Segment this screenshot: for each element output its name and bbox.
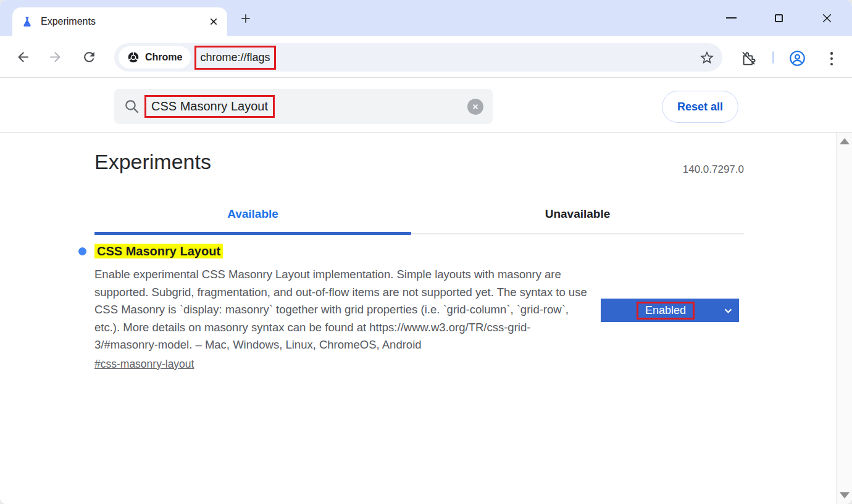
tab-unavailable[interactable]: Unavailable: [411, 207, 744, 221]
reload-icon: [81, 49, 97, 65]
flags-page-content: Experiments 140.0.7297.0 Available Unava…: [0, 133, 852, 504]
url-text[interactable]: chrome://flags: [200, 51, 270, 64]
profile-icon: [789, 50, 806, 67]
tab-strip: Experiments: [0, 0, 852, 36]
enabled-annotation-box: Enabled: [637, 302, 695, 320]
flags-search-box[interactable]: CSS Masonry Layout: [114, 89, 493, 124]
flags-search-header: CSS Masonry Layout Reset all: [0, 78, 852, 133]
flag-description: Enable experimental CSS Masonry Layout i…: [94, 266, 588, 354]
close-window-button[interactable]: [812, 4, 841, 32]
search-annotation-box: CSS Masonry Layout: [144, 95, 275, 118]
url-annotation-box: chrome://flags: [194, 46, 275, 70]
scroll-up-arrow-icon[interactable]: [840, 138, 850, 144]
tab-available[interactable]: Available: [94, 207, 411, 221]
window-controls: [708, 0, 851, 36]
flag-permalink[interactable]: #css-masonry-layout: [94, 358, 194, 371]
tab-close-icon[interactable]: [209, 17, 219, 27]
minimize-button[interactable]: [717, 4, 746, 32]
flag-name: CSS Masonry Layout: [94, 244, 223, 258]
maximize-icon: [775, 14, 783, 22]
close-icon: [821, 12, 833, 24]
back-arrow-icon: [15, 49, 31, 65]
search-icon: [123, 98, 140, 115]
search-input-value[interactable]: CSS Masonry Layout: [151, 99, 268, 113]
flag-entry: Enable experimental CSS Masonry Layout i…: [94, 266, 588, 371]
browser-menu-button[interactable]: [827, 51, 836, 67]
back-button[interactable]: [15, 49, 31, 65]
chrome-logo-icon: [127, 51, 140, 64]
star-icon: [700, 50, 714, 65]
extensions-off-button[interactable]: [740, 50, 757, 69]
toolbar-divider: [772, 51, 774, 64]
profile-button[interactable]: [789, 50, 806, 69]
clear-icon: [472, 103, 479, 110]
chrome-version: 140.0.7297.0: [683, 163, 744, 176]
chrome-badge: Chrome: [119, 46, 191, 68]
browser-toolbar: Chrome chrome://flags: [0, 36, 852, 78]
forward-button[interactable]: [47, 49, 63, 65]
flask-icon: [21, 15, 33, 28]
flag-modified-dot: [78, 247, 86, 255]
chevron-down-icon: [723, 305, 733, 316]
new-tab-button[interactable]: [236, 9, 256, 28]
active-tab-underline: [94, 232, 411, 235]
bookmark-star-button[interactable]: [700, 50, 714, 65]
tab-divider-line: [411, 233, 744, 234]
minimize-icon: [726, 17, 737, 19]
page-title: Experiments: [94, 150, 211, 174]
maximize-button[interactable]: [765, 4, 793, 32]
tab-title: Experiments: [41, 16, 96, 27]
reset-all-button[interactable]: Reset all: [662, 91, 738, 123]
forward-arrow-icon: [48, 49, 63, 65]
flag-selected-value: Enabled: [645, 304, 686, 316]
extensions-off-icon: [740, 50, 757, 67]
reload-button[interactable]: [81, 49, 97, 65]
tab-experiments[interactable]: Experiments: [12, 7, 227, 36]
scroll-down-arrow-icon[interactable]: [840, 492, 850, 498]
flag-value-dropdown[interactable]: Enabled: [601, 299, 739, 322]
browser-window: Experiments: [0, 0, 852, 504]
page-scrollbar[interactable]: [836, 133, 852, 504]
omnibox[interactable]: Chrome chrome://flags: [114, 43, 722, 72]
clear-search-button[interactable]: [467, 99, 483, 115]
chrome-badge-label: Chrome: [145, 52, 182, 63]
